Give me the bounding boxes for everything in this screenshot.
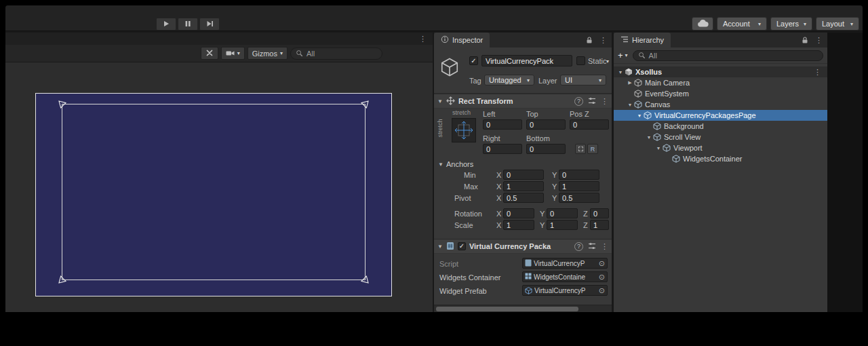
help-icon[interactable]: ? [574,242,583,251]
gizmo-corner-handle[interactable] [58,275,67,284]
component-menu-icon[interactable]: ⋮ [601,97,608,106]
play-button[interactable] [156,18,176,31]
cloud-services-button[interactable] [692,17,713,31]
tab-inspector[interactable]: Inspector [434,33,490,47]
hierarchy-item-virtualcurrencypackagespage[interactable]: ▼ VirtualCurrencyPackagesPage [614,110,827,121]
hierarchy-search-value: All [649,52,657,60]
scene-search-input[interactable]: All [290,47,382,60]
gizmo-corner-handle[interactable] [360,275,370,284]
expand-arrow-icon[interactable]: ▶ [626,80,634,85]
script-file-icon [525,259,532,268]
tab-inspector-label: Inspector [452,36,483,44]
add-object-button[interactable]: + ▾ [618,51,628,60]
foldout-arrow-icon[interactable]: ▼ [437,98,443,104]
layer-dropdown[interactable]: UI ▾ [560,75,606,85]
raw-edit-toggle[interactable]: R [587,144,598,154]
object-picker-icon[interactable]: ⊙ [599,287,605,294]
rotation-x-field[interactable]: 0 [503,208,534,218]
expand-arrow-icon[interactable]: ▼ [645,135,653,140]
x-label: X [496,171,501,179]
step-button[interactable] [199,18,220,31]
scrollbar-thumb[interactable] [436,307,578,311]
foldout-arrow-icon[interactable]: ▼ [437,244,443,250]
active-checkbox[interactable]: ✓ [469,56,478,65]
chevron-down-icon: ▾ [850,21,853,27]
blueprint-mode-toggle[interactable] [575,144,586,154]
inspector-horizontal-scrollbar[interactable] [434,305,612,312]
scene-viewport[interactable] [5,62,433,312]
rect-transform-header[interactable]: ▼ Rect Transform ? ⋮ [434,94,612,109]
bottom-field[interactable]: 0 [526,144,566,154]
hierarchy-item-xsollus[interactable]: ▼ Xsollus ⋮ [614,66,827,77]
x-label: X [496,194,501,202]
inspector-menu-icon[interactable]: ⋮ [599,36,607,45]
top-field[interactable]: 0 [526,119,566,130]
presets-icon[interactable] [588,242,596,251]
tools-button[interactable] [201,47,218,60]
tag-dropdown[interactable]: Untagged ▾ [484,75,534,85]
gizmo-corner-handle[interactable] [360,100,370,109]
hierarchy-search-input[interactable]: All [633,50,823,61]
account-dropdown[interactable]: Account ▾ [717,17,767,31]
hierarchy-menu-icon[interactable]: ⋮ [815,36,823,45]
layers-dropdown[interactable]: Layers ▾ [770,17,812,31]
expand-arrow-icon[interactable]: ▼ [626,102,634,107]
scale-x-field[interactable]: 1 [503,220,534,230]
static-dropdown-icon[interactable]: ▾ [606,58,609,64]
hierarchy-item-background[interactable]: Background [614,121,827,132]
anchors-foldout[interactable]: ▼ Anchors [438,160,473,168]
min-x-field[interactable]: 0 [503,170,544,180]
hierarchy-item-canvas[interactable]: ▼ Canvas [614,99,827,110]
object-picker-icon[interactable]: ⊙ [599,260,605,267]
left-field[interactable]: 0 [483,119,522,130]
script-object-field[interactable]: VirtualCurrencyP ⊙ [522,258,608,269]
hierarchy-item-viewport[interactable]: ▼ Viewport [614,142,827,153]
scale-y-field[interactable]: 1 [547,220,578,230]
rotation-z-field[interactable]: 0 [590,208,609,218]
expand-arrow-icon[interactable]: ▼ [635,113,644,118]
rotation-y-field[interactable]: 0 [547,208,578,218]
camera-dropdown[interactable]: ▾ [221,47,245,60]
gizmos-dropdown[interactable]: Gizmos ▾ [248,47,288,60]
component-menu-icon[interactable]: ⋮ [601,242,608,251]
right-field[interactable]: 0 [483,144,522,154]
expand-arrow-icon[interactable]: ▼ [654,146,663,151]
game-object-icon[interactable] [439,57,460,79]
lock-icon[interactable] [801,36,809,44]
tab-hierarchy[interactable]: Hierarchy [614,33,671,47]
layout-dropdown[interactable]: Layout ▾ [816,17,859,31]
scene-menu-icon[interactable]: ⋮ [419,35,427,43]
script-component-header[interactable]: ▼ ✓ Virtual Currency Packa ? ⋮ [434,239,612,254]
pause-button[interactable] [178,18,198,31]
hierarchy-item-main-camera[interactable]: ▶ Main Camera [614,77,827,88]
widgets-container-field[interactable]: WidgetsContaine ⊙ [522,271,608,282]
layer-label: Layer [538,77,557,85]
static-checkbox[interactable] [576,56,585,65]
pivot-x-field[interactable]: 0.5 [503,193,544,203]
gizmo-corner-handle[interactable] [58,100,67,109]
presets-icon[interactable] [588,97,596,106]
x-label: X [496,182,501,191]
help-icon[interactable]: ? [574,97,583,106]
scale-label: Scale [454,221,473,229]
pos-z-field[interactable]: 0 [570,119,609,130]
component-enabled-checkbox[interactable]: ✓ [458,242,466,250]
max-x-field[interactable]: 1 [503,181,544,191]
hierarchy-item-scroll-view[interactable]: ▼ Scroll View [614,132,827,142]
name-field[interactable] [481,55,572,66]
min-y-field[interactable]: 0 [559,170,599,180]
canvas-gizmo-rect[interactable] [35,93,392,296]
hierarchy-item-widgetscontainer[interactable]: WidgetsContainer [614,153,827,164]
rect-transform-gizmo[interactable] [62,104,366,280]
scene-options-icon[interactable]: ⋮ [814,68,827,77]
scale-z-field[interactable]: 1 [590,220,609,230]
object-picker-icon[interactable]: ⊙ [599,273,605,281]
pivot-y-field[interactable]: 0.5 [559,193,599,203]
expand-arrow-icon[interactable]: ▼ [616,70,625,75]
anchor-preset-widget[interactable] [452,118,476,142]
lock-icon[interactable] [585,36,593,44]
hierarchy-item-eventsystem[interactable]: EventSystem [614,88,827,99]
widget-prefab-field[interactable]: VirtualCurrencyP ⊙ [522,285,608,296]
max-y-field[interactable]: 1 [559,181,599,191]
hierarchy-tree: ▼ Xsollus ⋮ ▶ Main Camera EventSystem ▼ … [614,66,827,164]
